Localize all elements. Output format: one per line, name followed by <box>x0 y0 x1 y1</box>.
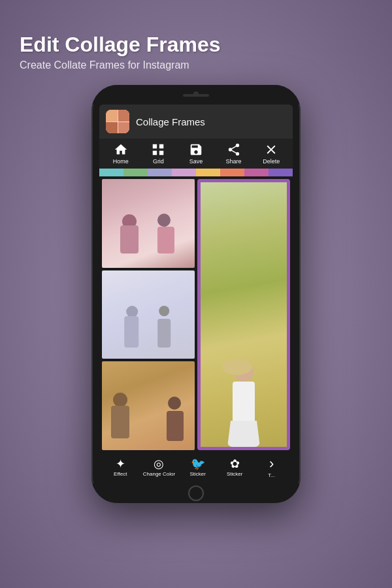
photo-cell-1[interactable] <box>102 179 195 268</box>
toolbar-label-home: Home <box>113 158 129 165</box>
photo-cell-4[interactable] <box>197 179 290 450</box>
sticker2-icon: ✿ <box>230 458 240 470</box>
photo-cell-2[interactable] <box>102 270 195 359</box>
photo-col-left <box>102 179 195 450</box>
color-seg-1 <box>99 169 123 176</box>
app-icon <box>106 110 129 133</box>
effect-label: Effect <box>114 471 127 477</box>
more-icon: › <box>269 457 274 471</box>
more-label: T... <box>268 472 275 478</box>
color-seg-8 <box>269 169 293 176</box>
delete-icon <box>264 142 278 157</box>
toolbar-label-grid: Grid <box>153 158 164 165</box>
toolbar-item-home[interactable]: Home <box>106 142 135 165</box>
app-header: Collage Frames <box>99 105 293 139</box>
bottom-item-change-color[interactable]: ◎ Change Color <box>143 458 175 477</box>
sticker1-label: Sticker <box>189 471 205 477</box>
toolbar-label-save: Save <box>189 158 203 165</box>
save-icon <box>189 142 203 157</box>
color-seg-5 <box>196 169 220 176</box>
toolbar-item-delete[interactable]: Delete <box>257 142 286 165</box>
toolbar-label-delete: Delete <box>263 158 280 165</box>
color-seg-6 <box>220 169 244 176</box>
color-bar <box>99 169 293 176</box>
bottom-item-effect[interactable]: ✦ Effect <box>106 458 135 477</box>
bottom-item-sticker1[interactable]: 🐦 Sticker <box>184 458 212 477</box>
toolbar-label-share: Share <box>226 158 242 165</box>
bottom-item-sticker2[interactable]: ✿ Sticker <box>220 458 249 477</box>
photo-cell-3[interactable] <box>102 361 195 450</box>
page-heading: Edit Collage Frames <box>20 33 372 57</box>
color-seg-7 <box>244 169 269 176</box>
color-seg-3 <box>148 169 172 176</box>
phone-top-bar <box>91 85 301 105</box>
phone-mockup: Collage Frames Home Grid Save <box>91 85 301 503</box>
phone-bottom <box>91 483 301 503</box>
top-text-area: Edit Collage Frames Create Collate Frame… <box>0 13 392 78</box>
bottom-nav: ✦ Effect ◎ Change Color 🐦 Sticker ✿ Stic… <box>99 453 293 483</box>
grid-icon <box>151 142 165 157</box>
toolbar-item-grid[interactable]: Grid <box>144 142 172 165</box>
photo-col-right[interactable] <box>197 179 290 450</box>
toolbar: Home Grid Save Share <box>99 139 293 169</box>
color-seg-2 <box>123 169 148 176</box>
toolbar-item-save[interactable]: Save <box>182 142 210 165</box>
share-icon <box>227 142 241 157</box>
sticker1-icon: 🐦 <box>191 458 205 470</box>
bottom-item-more[interactable]: › T... <box>257 457 286 478</box>
phone-speaker <box>183 94 209 97</box>
sticker2-label: Sticker <box>227 471 242 477</box>
page-subheading: Create Collate Frames for Instagram <box>20 59 372 71</box>
photo-grid <box>99 176 293 453</box>
color-seg-4 <box>172 169 196 176</box>
phone-screen: Collage Frames Home Grid Save <box>99 105 293 483</box>
change-color-label: Change Color <box>143 471 175 477</box>
home-icon <box>114 142 128 157</box>
home-button[interactable] <box>188 485 204 501</box>
change-color-icon: ◎ <box>154 458 164 470</box>
app-title: Collage Frames <box>136 116 205 127</box>
collage-area <box>99 169 293 453</box>
toolbar-item-share[interactable]: Share <box>220 142 248 165</box>
effect-icon: ✦ <box>116 458 125 470</box>
